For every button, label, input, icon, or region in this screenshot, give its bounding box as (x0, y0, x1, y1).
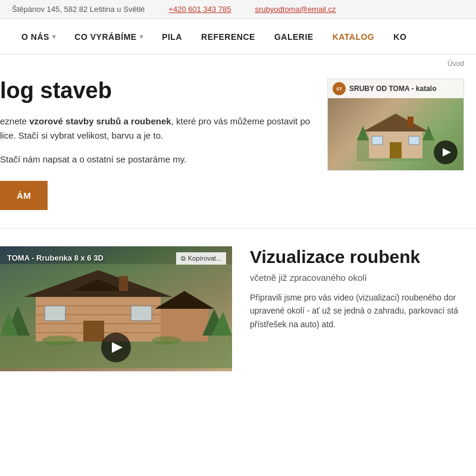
svg-rect-20 (83, 321, 104, 342)
nav-item-galerie[interactable]: GALERIE (265, 19, 323, 55)
email-link[interactable]: srubyodtoma@email.cz (255, 5, 336, 14)
svg-point-29 (152, 336, 181, 345)
play-button[interactable] (434, 140, 458, 164)
video-thumbnail[interactable]: ST SRUBY OD TOMA - katalo (327, 79, 464, 171)
video-logo-icon: ST (333, 82, 346, 95)
svg-rect-4 (372, 136, 383, 145)
desc-bold: vzorové stavby srubů a roubenek (29, 116, 171, 126)
breadcrumb: Úvod (0, 55, 476, 73)
bottom-play-button[interactable] (101, 333, 131, 362)
svg-rect-6 (408, 117, 414, 127)
address: Štěpánov 145, 582 82 Leština u Světlé (12, 5, 145, 14)
desc-prefix: eznete (0, 116, 29, 126)
bottom-video-title: TOMA - Rrubenka 8 x 6 3D (7, 253, 104, 262)
main-content: log staveb eznete vzorové stavby srubů a… (0, 73, 476, 389)
copy-icon: ⧉ (181, 255, 186, 262)
video-title-text: SRUBY OD TOMA - katalo (349, 84, 436, 93)
hero-cta-text: Stačí nám napsat a o ostatní se postarám… (0, 152, 315, 167)
svg-marker-7 (357, 126, 369, 140)
nav-item-katalog[interactable]: KATALOG (323, 19, 384, 55)
svg-point-28 (42, 336, 77, 345)
page-title: log staveb (0, 79, 315, 104)
chevron-down-icon: ▾ (140, 33, 143, 40)
navigation: O NÁS ▾ CO VYRÁBÍME ▾ PILA REFERENCE GAL… (0, 19, 476, 55)
section-title: Vizualizace roubenk (250, 246, 476, 268)
hero-description: eznete vzorové stavby srubů a roubenek, … (0, 114, 315, 143)
chevron-down-icon: ▾ (52, 33, 56, 40)
svg-rect-3 (390, 142, 402, 158)
hero-text: log staveb eznete vzorové stavby srubů a… (0, 79, 315, 210)
nav-item-ko[interactable]: KO (384, 19, 416, 55)
bottom-section: TOMA - Rrubenka 8 x 6 3D ⧉ Kopírovat... (0, 246, 476, 371)
breadcrumb-link[interactable]: Úvod (447, 60, 464, 68)
svg-marker-2 (363, 114, 428, 131)
phone-link[interactable]: +420 601 343 785 (168, 5, 231, 14)
video-title-bar: ST SRUBY OD TOMA - katalo (328, 79, 464, 98)
nav-item-pila[interactable]: PILA (152, 19, 192, 55)
svg-rect-21 (45, 306, 65, 321)
nav-item-onas[interactable]: O NÁS ▾ (12, 19, 65, 55)
svg-marker-8 (422, 126, 434, 140)
cta-button[interactable]: ÁM (0, 181, 48, 210)
svg-rect-23 (119, 276, 128, 291)
house-illustration (357, 108, 434, 161)
copy-button[interactable]: ⧉ Kopírovat... (176, 252, 226, 265)
video-inner: ST SRUBY OD TOMA - katalo (328, 79, 464, 170)
copy-label: Kopírovat... (188, 255, 221, 262)
section-body: Připravili jsme pro vás video (vizualiza… (250, 291, 476, 331)
nav-item-covyrabime[interactable]: CO VYRÁBÍME ▾ (65, 19, 152, 55)
bottom-video[interactable]: TOMA - Rrubenka 8 x 6 3D ⧉ Kopírovat... (0, 246, 232, 371)
hero-section: log staveb eznete vzorové stavby srubů a… (0, 79, 476, 228)
topbar: Štěpánov 145, 582 82 Leština u Světlé +4… (0, 0, 476, 19)
bottom-text: Vizualizace roubenk včetně již zpracovan… (250, 246, 476, 331)
svg-rect-22 (131, 306, 152, 321)
svg-rect-5 (409, 136, 419, 145)
nav-item-reference[interactable]: REFERENCE (192, 19, 265, 55)
section-subtitle: včetně již zpracovaného okolí (250, 273, 476, 283)
divider (0, 228, 476, 228)
